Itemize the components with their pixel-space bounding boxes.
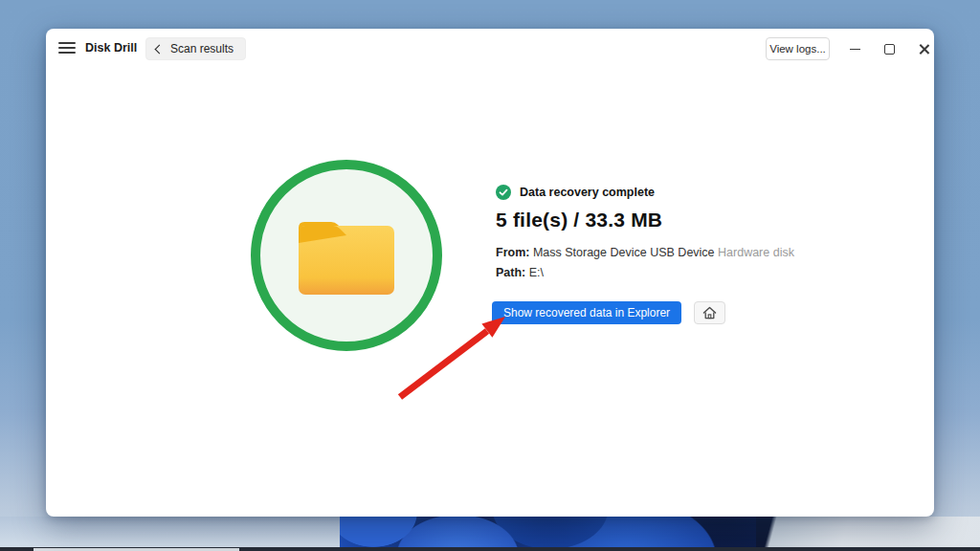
windows-bloom-wallpaper: [340, 517, 761, 551]
status-row: Data recovery complete: [496, 185, 655, 200]
from-row: From: Mass Storage Device USB Device Har…: [496, 246, 794, 259]
scan-results-back-button[interactable]: Scan results: [145, 37, 246, 60]
recovery-summary: 5 file(s) / 33.3 MB: [496, 209, 662, 231]
path-label: Path:: [496, 266, 525, 279]
from-value: Mass Storage Device USB Device: [533, 246, 715, 259]
check-circle-icon: [496, 185, 511, 200]
minimize-icon: [850, 49, 860, 50]
disk-drill-window: Disk Drill Scan results View logs...: [46, 29, 934, 517]
desktop-wallpaper: [0, 517, 980, 551]
path-row: Path: E:\: [496, 266, 544, 279]
from-note: Hardware disk: [718, 246, 794, 259]
folder-icon: [297, 214, 396, 297]
view-logs-button[interactable]: View logs...: [766, 37, 830, 60]
view-logs-label: View logs...: [769, 43, 826, 55]
titlebar: Disk Drill Scan results View logs...: [46, 29, 934, 69]
close-button[interactable]: [907, 29, 940, 69]
wallpaper-right-area: [756, 517, 980, 551]
maximize-button[interactable]: [873, 29, 905, 69]
maximize-icon: [884, 44, 895, 55]
show-recovered-data-button[interactable]: Show recovered data in Explorer: [492, 301, 681, 324]
wallpaper-left-area: [0, 517, 354, 551]
hamburger-menu-icon[interactable]: [58, 41, 76, 55]
back-button-label: Scan results: [170, 42, 234, 55]
chevron-left-icon: [155, 44, 165, 54]
from-label: From:: [496, 246, 529, 259]
home-icon: [702, 306, 717, 320]
status-label: Data recovery complete: [520, 186, 655, 199]
close-icon: [918, 43, 930, 55]
recovery-complete-circle: [251, 160, 442, 351]
home-button[interactable]: [694, 301, 725, 324]
path-value: E:\: [529, 266, 544, 279]
action-row: Show recovered data in Explorer: [492, 301, 725, 324]
primary-button-label: Show recovered data in Explorer: [503, 306, 670, 320]
minimize-button[interactable]: [838, 29, 871, 69]
app-title: Disk Drill: [85, 41, 137, 55]
